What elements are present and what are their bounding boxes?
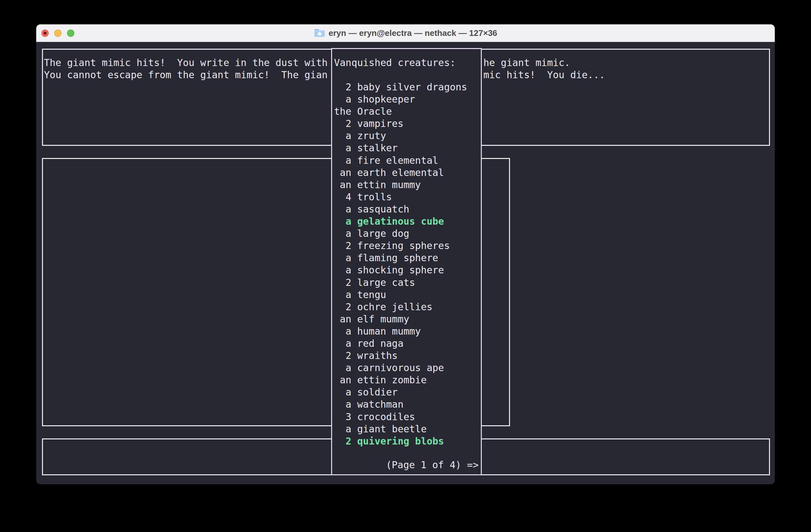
vanquished-list-item: a gelatinous cube [334, 215, 467, 228]
message-line-1-right: he giant mimic. [484, 57, 570, 69]
vanquished-menu: Vanquished creatures: 2 baby silver drag… [331, 48, 482, 475]
vanquished-list-item: 2 quivering blobs [334, 435, 467, 448]
vanquished-list-item: a watchman [334, 398, 467, 410]
vanquished-list-item: a red naga [334, 338, 467, 350]
vanquished-list-item: 3 crocodiles [334, 411, 467, 423]
vanquished-list: 2 baby silver dragons a shopkeeperthe Or… [334, 81, 467, 448]
vanquished-list-item: an elf mummy [334, 313, 467, 325]
vanquished-list-item: 2 freezing spheres [334, 240, 467, 252]
vanquished-list-item: an earth elemental [334, 167, 467, 179]
terminal-screen[interactable]: The giant mimic hits! You write in the d… [36, 42, 775, 484]
vanquished-list-item: an ettin zombie [334, 374, 467, 386]
message-line-2-right: mic hits! You die... [484, 69, 605, 81]
vanquished-list-item: an ettin mummy [334, 179, 467, 191]
vanquished-list-item: a shocking sphere [334, 264, 467, 276]
vanquished-list-item: a sasquatch [334, 203, 467, 215]
vanquished-list-item: a carnivorous ape [334, 362, 467, 374]
menu-pager: (Page 1 of 4) => [386, 459, 478, 471]
vanquished-list-item: a human mummy [334, 325, 467, 338]
vanquished-list-item: a soldier [334, 386, 467, 398]
message-line-2-left: You cannot escape from the giant mimic! … [44, 69, 327, 81]
vanquished-list-item: a stalker [334, 142, 467, 154]
window-title: eryn — eryn@electra — nethack — 127×36 [328, 28, 497, 38]
vanquished-list-item: a tengu [334, 289, 467, 301]
traffic-lights [41, 25, 74, 42]
title-area: eryn — eryn@electra — nethack — 127×36 [314, 28, 497, 38]
vanquished-list-item: a giant beetle [334, 423, 467, 435]
titlebar[interactable]: eryn — eryn@electra — nethack — 127×36 [36, 25, 775, 42]
vanquished-list-item: a large dog [334, 228, 467, 240]
vanquished-list-item: 2 vampires [334, 118, 467, 130]
menu-title: Vanquished creatures: [334, 57, 456, 69]
terminal-window: eryn — eryn@electra — nethack — 127×36 T… [36, 25, 775, 484]
vanquished-list-item: 2 baby silver dragons [334, 81, 467, 93]
vanquished-list-item: 2 wraiths [334, 350, 467, 362]
zoom-button[interactable] [67, 30, 74, 37]
message-line-1-left: The giant mimic hits! You write in the d… [44, 57, 327, 69]
vanquished-list-item: the Oracle [334, 106, 467, 118]
home-folder-icon [314, 28, 325, 38]
close-button[interactable] [41, 30, 49, 37]
vanquished-list-item: a fire elemental [334, 155, 467, 167]
vanquished-list-item: a zruty [334, 130, 467, 142]
vanquished-list-item: 4 trolls [334, 191, 467, 203]
vanquished-list-item: 2 ochre jellies [334, 301, 467, 313]
activity-dot-icon [44, 32, 46, 35]
vanquished-list-item: 2 large cats [334, 277, 467, 289]
vanquished-list-item: a shopkeeper [334, 93, 467, 106]
vanquished-list-item: a flaming sphere [334, 252, 467, 264]
minimize-button[interactable] [54, 30, 62, 37]
